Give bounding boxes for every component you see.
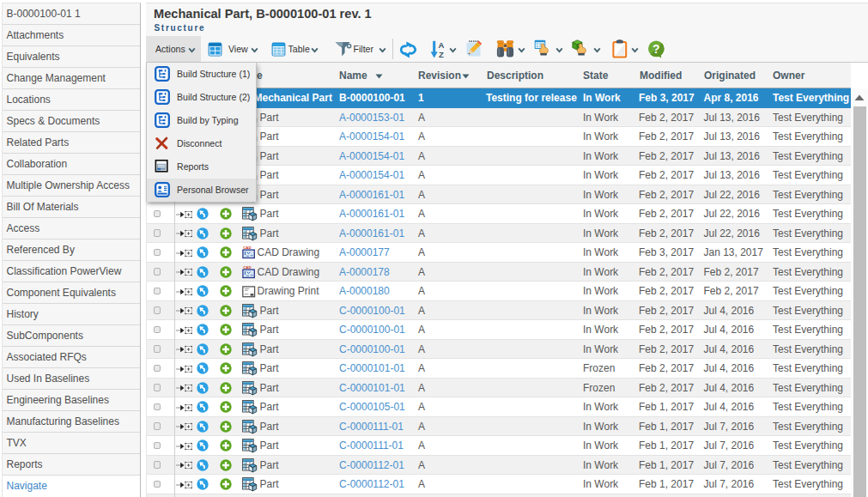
svg-text:?: ?: [653, 41, 660, 55]
svg-text:Z: Z: [439, 50, 444, 59]
svg-text:A: A: [438, 40, 444, 50]
